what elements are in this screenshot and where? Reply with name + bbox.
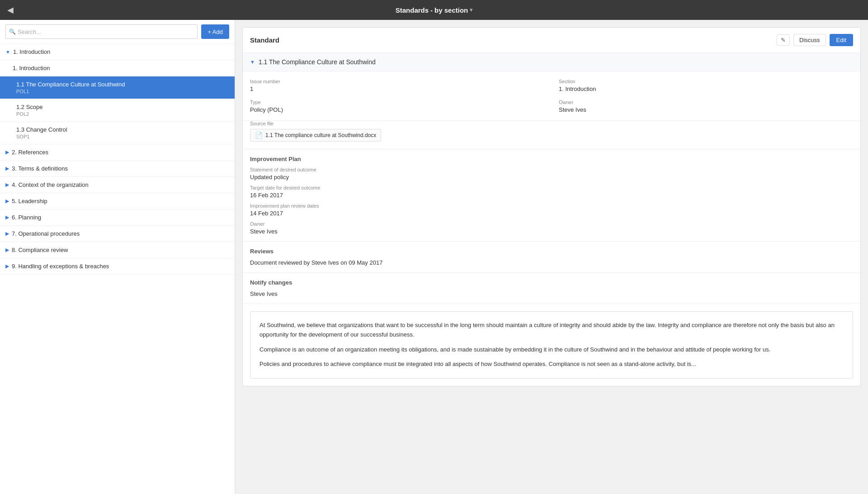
edit-icon-button[interactable]: ✎ xyxy=(777,34,790,46)
expand-title: 1.1 The Compliance Culture at Southwind xyxy=(259,58,376,66)
section-header-3[interactable]: ▶ 3. Terms & definitions xyxy=(0,161,235,177)
topbar-separator: - xyxy=(430,6,433,14)
target-date-value: 16 Feb 2017 xyxy=(250,192,853,199)
chevron-right-icon-3: ▶ xyxy=(5,166,9,171)
sidebar: 🔍 + Add ▼ 1. Introduction 1. Introductio… xyxy=(0,20,235,494)
search-icon: 🔍 xyxy=(9,28,16,35)
section-2-label: 2. References xyxy=(12,149,48,156)
improvement-plan-title: Improvement Plan xyxy=(250,156,853,162)
section-1-label: 1. Introduction xyxy=(13,48,50,55)
card-header: Standard ✎ Discuss Edit xyxy=(243,28,860,53)
chevron-right-icon-5: ▶ xyxy=(5,198,9,204)
sub-item-1-1-title: 1.1 The Compliance Culture at Southwind xyxy=(16,81,229,88)
body-paragraph-1: At Southwind, we believe that organizati… xyxy=(259,321,844,340)
improvement-plan-section: Improvement Plan Statement of desired ou… xyxy=(243,149,860,242)
chevron-down-icon: ▼ xyxy=(5,49,10,55)
sidebar-search-row: 🔍 + Add xyxy=(0,20,235,44)
header-actions: ✎ Discuss Edit xyxy=(777,34,853,46)
section-header-5[interactable]: ▶ 5. Leadership xyxy=(0,193,235,209)
add-button[interactable]: + Add xyxy=(201,24,229,39)
chevron-right-icon-6: ▶ xyxy=(5,214,9,220)
desired-outcome-value: Updated policy xyxy=(250,174,853,180)
type-value: Policy (POL) xyxy=(250,106,544,113)
card-header-title: Standard xyxy=(250,36,279,44)
source-file-label: Source file xyxy=(250,121,853,126)
topbar-title-text: Standards xyxy=(396,6,429,14)
section-header-6[interactable]: ▶ 6. Planning xyxy=(0,209,235,226)
topbar-title: Standards - by section ▾ xyxy=(396,6,473,14)
section-label: Section xyxy=(559,79,853,84)
body-paragraph-2: Compliance is an outcome of an organizat… xyxy=(259,345,844,355)
sidebar-list: ▼ 1. Introduction 1. Introduction 1.1 Th… xyxy=(0,44,235,494)
file-doc-icon: 📄 xyxy=(255,132,263,139)
review-dates-value: 14 Feb 2017 xyxy=(250,210,853,217)
section-group-1: ▼ 1. Introduction 1. Introduction 1.1 Th… xyxy=(0,44,235,144)
sub-item-1-2-title: 1.2 Scope xyxy=(16,104,229,110)
section-group-field: Section 1. Introduction xyxy=(559,79,853,92)
review-dates-label: Improvement plan review dates xyxy=(250,203,853,209)
target-date-label: Target date for desired outcome xyxy=(250,185,853,190)
fields-grid: Issue number 1 Section 1. Introduction T… xyxy=(250,79,853,113)
imp-owner-value: Steve Ives xyxy=(250,228,853,235)
source-file-name: 1.1 The compliance culture at Southwind.… xyxy=(265,132,376,138)
edit-button[interactable]: Edit xyxy=(830,34,853,46)
section-header-4[interactable]: ▶ 4. Context of the organization xyxy=(0,177,235,193)
sub-item-1-3-title: 1.3 Change Control xyxy=(16,126,229,133)
notify-value: Steve Ives xyxy=(250,290,853,297)
reviews-section: Reviews Document reviewed by Steve Ives … xyxy=(243,242,860,273)
issue-number-label: Issue number xyxy=(250,79,544,84)
section-header-9[interactable]: ▶ 9. Handling of exceptions & breaches xyxy=(0,258,235,275)
body-paragraph-3: Policies and procedures to achieve compl… xyxy=(259,360,844,369)
sub-item-1-1-code: POL1 xyxy=(16,89,229,94)
standard-card: Standard ✎ Discuss Edit ▼ 1.1 The Compli… xyxy=(242,27,861,386)
search-wrap: 🔍 xyxy=(5,24,198,39)
section-header-8[interactable]: ▶ 8. Compliance review xyxy=(0,242,235,258)
source-file-section: Source file 📄 1.1 The compliance culture… xyxy=(243,121,860,149)
imp-owner-label: Owner xyxy=(250,221,853,227)
topbar-dropdown-icon[interactable]: ▾ xyxy=(470,7,472,13)
back-button[interactable]: ◀ xyxy=(7,5,14,15)
topbar-subtitle[interactable]: by section xyxy=(434,6,468,14)
main-layout: 🔍 + Add ▼ 1. Introduction 1. Introductio… xyxy=(0,20,868,494)
topbar: ◀ Standards - by section ▾ xyxy=(0,0,868,20)
expand-chevron-icon: ▼ xyxy=(250,59,255,65)
section-7-label: 7. Operational procedures xyxy=(12,230,80,237)
sub-item-1-3-code: SOP1 xyxy=(16,134,229,139)
section-header-2[interactable]: ▶ 2. References xyxy=(0,144,235,161)
section-5-label: 5. Leadership xyxy=(12,198,47,204)
intro-flat-label: 1. Introduction xyxy=(13,65,50,71)
expand-row[interactable]: ▼ 1.1 The Compliance Culture at Southwin… xyxy=(243,53,860,71)
notify-title: Notify changes xyxy=(250,279,853,286)
desired-outcome-label: Statement of desired outcome xyxy=(250,167,853,172)
sub-item-1-1[interactable]: 1.1 The Compliance Culture at Southwind … xyxy=(0,76,235,99)
sub-item-1-2-code: POL2 xyxy=(16,111,229,117)
content-area: Standard ✎ Discuss Edit ▼ 1.1 The Compli… xyxy=(235,20,868,494)
chevron-right-icon-7: ▶ xyxy=(5,231,9,237)
source-file-chip[interactable]: 📄 1.1 The compliance culture at Southwin… xyxy=(250,129,381,142)
chevron-right-icon-2: ▶ xyxy=(5,149,9,155)
section-9-label: 9. Handling of exceptions & breaches xyxy=(12,263,109,270)
issue-number-value: 1 xyxy=(250,86,544,92)
issue-number-group: Issue number 1 xyxy=(250,79,544,92)
discuss-button[interactable]: Discuss xyxy=(793,34,826,46)
owner-value: Steve Ives xyxy=(559,106,853,113)
intro-flat-item[interactable]: 1. Introduction xyxy=(0,60,235,76)
section-header-7[interactable]: ▶ 7. Operational procedures xyxy=(0,226,235,242)
owner-group: Owner Steve Ives xyxy=(559,100,853,113)
back-icon: ◀ xyxy=(7,5,14,15)
chevron-right-icon-9: ▶ xyxy=(5,263,9,269)
type-group: Type Policy (POL) xyxy=(250,100,544,113)
sub-item-1-2[interactable]: 1.2 Scope POL2 xyxy=(0,99,235,122)
section-header-1[interactable]: ▼ 1. Introduction xyxy=(0,44,235,60)
notify-section: Notify changes Steve Ives xyxy=(243,273,860,304)
search-input[interactable] xyxy=(5,24,198,39)
section-4-label: 4. Context of the organization xyxy=(12,181,89,188)
chevron-right-icon-8: ▶ xyxy=(5,247,9,253)
fields-section: Issue number 1 Section 1. Introduction T… xyxy=(243,71,860,121)
sub-item-1-3[interactable]: 1.3 Change Control SOP1 xyxy=(0,122,235,144)
chevron-right-icon-4: ▶ xyxy=(5,182,9,188)
reviews-title: Reviews xyxy=(250,248,853,255)
section-value: 1. Introduction xyxy=(559,86,853,92)
owner-label: Owner xyxy=(559,100,853,105)
section-3-label: 3. Terms & definitions xyxy=(12,165,68,172)
